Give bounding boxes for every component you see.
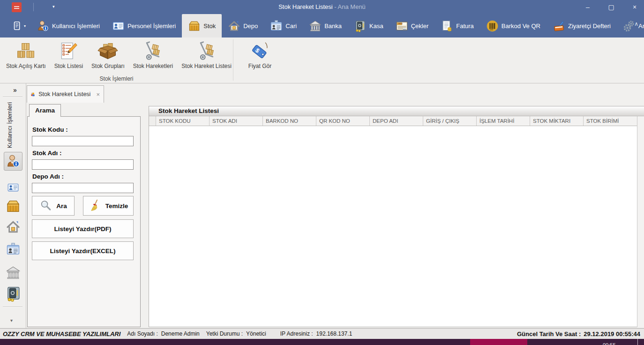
listeyi-yazdir-excel-button[interactable]: Listeyi Yazdır(EXCEL) (32, 241, 134, 260)
sidebar-item-kasa[interactable] (4, 284, 22, 303)
column-header-stok-adi[interactable]: STOK ADI (210, 116, 263, 126)
invoice-icon (441, 20, 453, 32)
tab-fatura[interactable]: Fatura (434, 14, 480, 38)
sidebar-item-cari[interactable] (4, 240, 22, 259)
taskbar-active-app[interactable] (470, 339, 527, 345)
sidebar-item-personel-islemleri[interactable] (4, 178, 22, 197)
ara-button[interactable]: Ara (32, 196, 75, 216)
notebook-icon (553, 20, 565, 32)
user-info-icon (37, 20, 49, 32)
gears-icon (623, 20, 636, 32)
row-selector-header (149, 116, 156, 126)
taskbar-separator (637, 339, 638, 345)
broom-icon (89, 199, 102, 212)
ribbon-collapse-icon[interactable]: ∧ (634, 21, 638, 27)
column-header-giris-cikis[interactable]: GİRİŞ / ÇIKIŞ (423, 116, 477, 126)
tab-barkod-ve-qr[interactable]: Barkod Ve QR (480, 14, 547, 38)
os-taskbar-sliver: 00:55 (0, 339, 644, 345)
tab-depo[interactable]: Depo (222, 14, 264, 38)
tab-banka[interactable]: Banka (303, 14, 348, 38)
close-button[interactable]: × (630, 3, 639, 11)
tab-cari[interactable]: Cari (264, 14, 303, 38)
navigation-sidebar: » Kullanıcı İşlemleri ▾ (0, 83, 26, 328)
listeyi-yazdir-pdf-button[interactable]: Listeyi Yazdır(PDF) (32, 219, 134, 238)
name-label: Adı Soyadı : (127, 330, 157, 337)
magnifier-icon (39, 199, 52, 212)
menu-dropdown-icon: ▾ (24, 24, 26, 28)
user-info-icon (6, 154, 21, 169)
minimize-button[interactable]: – (583, 3, 592, 11)
bank-icon (6, 265, 21, 280)
check-icon (396, 20, 408, 32)
tab-ziyaretci-defteri[interactable]: Ziyaretçi Defteri (547, 14, 617, 38)
stok-hareketleri-button[interactable]: Stok Hareketleri (129, 39, 177, 71)
sidebar-item-stok[interactable] (4, 197, 22, 216)
tab-kullanici-islemleri[interactable]: Kullanıcı İşlemleri (30, 14, 106, 38)
role-label: Yetki Durumu : (206, 330, 243, 337)
house-icon (228, 20, 240, 32)
open-box-icon (97, 41, 118, 61)
grid-title: Stok Hareket Listesi (149, 106, 644, 116)
tab-personel-islemleri[interactable]: Personel İşlemleri (106, 14, 182, 38)
tab-cekler[interactable]: Çekler (389, 14, 435, 38)
temizle-button[interactable]: Temizle (83, 196, 134, 216)
sidebar-group-label: Kullanıcı İşlemleri (7, 101, 13, 148)
ribbon-tab-row: ▾ Kullanıcı İşlemleri Personel İşlemleri… (0, 14, 644, 38)
tab-close-icon[interactable]: × (96, 91, 100, 98)
price-tag-icon (250, 41, 270, 61)
stok-listesi-button[interactable]: Stok Listesi (50, 39, 87, 71)
tab-kasa[interactable]: Kasa (348, 14, 389, 38)
safe-icon (354, 20, 367, 32)
sidebar-expand-icon[interactable]: » (13, 86, 17, 94)
stok-gruplari-button[interactable]: Stok Grupları (87, 39, 129, 71)
boxes-stack-icon (15, 41, 36, 61)
depo-adi-label: Depo Adı : (32, 173, 64, 180)
ip-value: 192.168.137.1 (316, 330, 352, 337)
ribbon-content: Stok Açılış Kartı Stok Listesi Stok Grup… (0, 38, 644, 83)
crate-icon (6, 199, 21, 214)
stok-hareket-listesi-button[interactable]: Stok Hareket Listesi (177, 39, 236, 71)
search-panel: Stok Kodu : Stok Adı : Depo Adı : Ara Te… (27, 116, 141, 327)
maximize-button[interactable]: ▢ (607, 3, 616, 11)
tab-araclar[interactable]: Araçlar (617, 14, 644, 38)
hand-truck-icon (196, 41, 217, 61)
sidebar-divider (3, 307, 22, 308)
column-header-islem-tarihi[interactable]: İŞLEM TARİHİ (477, 116, 530, 126)
fiyat-gor-button[interactable]: Fiyat Gör (244, 39, 276, 71)
column-header-stok-kodu[interactable]: STOK KODU (156, 116, 210, 126)
column-header-depo-adi[interactable]: DEPO ADI (370, 116, 423, 126)
column-header-stok-birimi[interactable]: STOK BİRİMİ (584, 116, 637, 126)
grid-header-row: STOK KODU STOK ADI BARKOD NO QR KOD NO D… (149, 116, 637, 126)
depo-adi-input[interactable] (32, 183, 134, 193)
tiles-icon (31, 90, 35, 99)
stok-adi-input[interactable] (32, 159, 134, 170)
column-header-qr-kod-no[interactable]: QR KOD NO (316, 116, 370, 126)
title-bar: ▾ Stok Hareket Listesi - Ana Menü – ▢ × (0, 0, 644, 14)
safe-icon (5, 285, 22, 302)
main-menu-button[interactable]: ▾ (0, 14, 30, 38)
id-card-icon (270, 20, 283, 32)
column-header-stok-miktari[interactable]: STOK MİKTARI (530, 116, 584, 126)
personnel-card-icon (112, 20, 125, 32)
bank-icon (309, 20, 322, 32)
sidebar-item-banka[interactable] (4, 263, 22, 282)
name-value: Deneme Admin (161, 330, 200, 337)
stok-kodu-label: Stok Kodu : (32, 126, 68, 133)
stok-acilis-karti-button[interactable]: Stok Açılış Kartı (2, 39, 50, 71)
document-tab-stok-hareket-listesi[interactable]: Stok Hareket Listesi × (27, 85, 104, 103)
stok-kodu-input[interactable] (32, 136, 134, 146)
list-pencil-icon (58, 41, 79, 61)
column-header-barkod-no[interactable]: BARKOD NO (263, 116, 316, 126)
brand-label: OZZY CRM VE MUHASEBE YAZILIMLARI (3, 330, 120, 338)
sidebar-divider (3, 97, 22, 98)
sidebar-overflow-icon[interactable]: ▾ (10, 318, 13, 323)
ribbon-group-label: Stok İşlemleri (0, 75, 233, 82)
tab-stok[interactable]: Stok (182, 14, 222, 38)
sidebar-item-depo[interactable] (4, 218, 22, 236)
barcode-icon (486, 20, 499, 32)
menu-icon (12, 21, 22, 31)
tab-arama[interactable]: Arama (29, 104, 61, 117)
sidebar-item-kullanici-islemleri[interactable] (4, 152, 22, 171)
grid-vertical-scrollbar[interactable] (637, 116, 644, 327)
house-icon (6, 219, 21, 234)
